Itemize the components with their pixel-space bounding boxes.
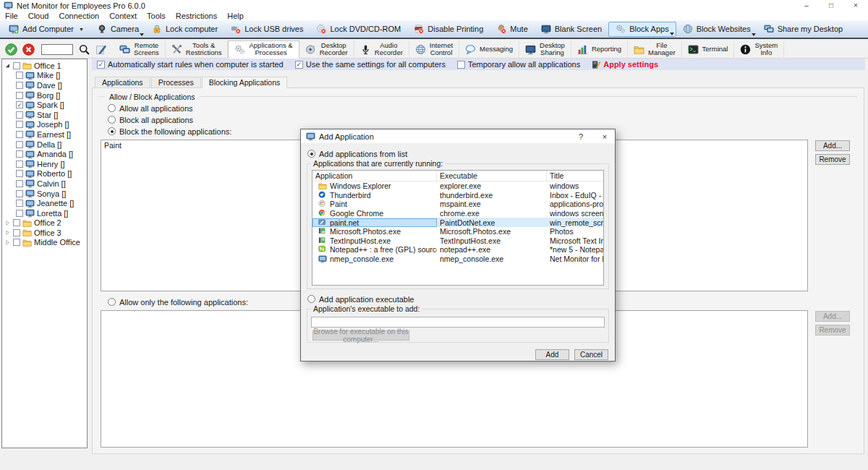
toolbar-button-lock-computer[interactable]: Lock computer <box>145 22 224 37</box>
toolbar-button-blank-screen[interactable]: Blank Screen <box>535 22 608 37</box>
ribbon-tab-system-info[interactable]: SystemInfo <box>734 40 784 59</box>
toolbar-button-add-computer[interactable]: Add Computer▼ <box>2 22 90 37</box>
close-button[interactable]: × <box>843 0 868 11</box>
search-icon[interactable] <box>79 44 90 55</box>
ribbon-tab-desktop-sharing[interactable]: DesktopSharing <box>519 40 571 59</box>
column-header-executable[interactable]: Executable <box>437 171 547 181</box>
edit-icon[interactable] <box>95 44 106 55</box>
tree-item-joseph[interactable]: Joseph [] <box>2 120 87 130</box>
ribbon-tab-file-manager[interactable]: FileManager <box>628 40 682 59</box>
toolbar-button-lock-usb-drives[interactable]: Lock USB drives <box>224 22 310 37</box>
tree-checkbox[interactable] <box>16 180 23 187</box>
tree-item-borg[interactable]: Borg [] <box>2 90 87 101</box>
menu-context[interactable]: Context <box>104 12 142 20</box>
app-row-windows-explorer[interactable]: Windows Explorerexplorer.exewindows <box>312 181 603 191</box>
tree-checkbox[interactable] <box>16 111 23 119</box>
ribbon-tab-desktop-recorder[interactable]: DesktopRecorder <box>299 40 354 59</box>
executable-path-input[interactable] <box>311 317 605 328</box>
app-row-nmep-console-exe[interactable]: nmep_console.exenmep_console.exeNet Moni… <box>312 255 603 264</box>
tab-applications[interactable]: Applications <box>95 77 150 87</box>
checkbox-box[interactable] <box>457 61 465 69</box>
column-header-application[interactable]: Application <box>312 171 437 181</box>
maximize-button[interactable]: □ <box>819 0 843 11</box>
menu-connection[interactable]: Connection <box>54 12 104 20</box>
tree-item-mike[interactable]: Mike [] <box>2 71 87 81</box>
tree-item-middle-office[interactable]: Middle Office <box>2 238 87 248</box>
radio-circle[interactable] <box>108 298 116 306</box>
app-row-google-chrome[interactable]: Google Chromechrome.exewindows screensho… <box>312 209 603 218</box>
dialog-help-button[interactable]: ? <box>571 129 591 143</box>
connect-button[interactable] <box>5 43 17 56</box>
tree-collapse-icon[interactable] <box>4 61 11 69</box>
tree-expand-icon[interactable] <box>4 239 11 247</box>
tree-item-loretta[interactable]: Loretta [] <box>2 208 87 218</box>
toolbar-button-lock-dvd-cd-rom[interactable]: Lock DVD/CD-ROM <box>310 22 407 37</box>
tree-checkbox[interactable] <box>16 190 23 197</box>
tab-blocking-applications[interactable]: Blocking Applications <box>202 77 288 88</box>
radio-add-application-executable[interactable]: Add application executable <box>307 294 609 304</box>
radio-allow-all-applications[interactable]: Allow all applications <box>108 103 857 113</box>
radio-block-all-applications[interactable]: Block all applications <box>108 115 857 124</box>
radio-circle[interactable] <box>108 127 116 135</box>
ribbon-tab-audio-recorder[interactable]: AudioRecorder <box>354 40 409 59</box>
running-applications-table[interactable]: ApplicationExecutableTitle Windows Explo… <box>312 170 604 286</box>
tree-expand-icon[interactable] <box>4 219 11 227</box>
tree-checkbox[interactable] <box>16 210 23 217</box>
computer-tree[interactable]: Office 1Mike []Dave []Borg []✓Spark []St… <box>1 59 88 448</box>
tree-item-dave[interactable]: Dave [] <box>2 80 87 90</box>
toolbar-button-share-my-desktop[interactable]: Share my Desktop <box>757 22 849 37</box>
tree-item-sonya[interactable]: Sonya [] <box>2 189 87 199</box>
radio-circle[interactable] <box>307 150 315 158</box>
tree-item-amanda[interactable]: Amanda [] <box>2 149 87 159</box>
tree-checkbox[interactable] <box>13 229 20 236</box>
tree-item-office-2[interactable]: Office 2 <box>2 218 87 228</box>
tree-expand-icon[interactable] <box>4 228 11 236</box>
blocked-remove-button[interactable]: Remove <box>815 154 850 165</box>
tree-item-spark[interactable]: ✓Spark [] <box>2 100 87 110</box>
toolbar-button-block-websites[interactable]: Block Websites <box>676 22 757 37</box>
toolbar-button-mute[interactable]: Mute <box>490 22 534 37</box>
column-header-title[interactable]: Title <box>547 171 603 180</box>
tree-item-roberto[interactable]: Roberto [] <box>2 169 87 179</box>
app-row-paint-net[interactable]: paint.netPaintDotNet.exewin_remote_scree… <box>312 218 603 227</box>
tree-checkbox[interactable] <box>16 161 23 168</box>
tree-item-calvin[interactable]: Calvin [] <box>2 179 87 189</box>
app-row-paint[interactable]: Paintmspaint.exeapplications-processes.p… <box>312 200 603 209</box>
ribbon-tab-tools-restrictions[interactable]: Tools &Restrictions <box>166 40 229 59</box>
tree-item-office-1[interactable]: Office 1 <box>2 61 87 71</box>
ribbon-tab-internet-control[interactable]: InternetControl <box>409 40 459 59</box>
tree-checkbox[interactable] <box>16 121 23 128</box>
checkbox-use-the-same-settings-for-all-computers[interactable]: ✓Use the same settings for all computers <box>295 60 446 69</box>
toolbar-button-disable-printing[interactable]: Disable Printing <box>407 22 490 37</box>
menu-cloud[interactable]: Cloud <box>23 12 54 20</box>
checkbox-box[interactable]: ✓ <box>97 61 105 69</box>
blocked-add-button[interactable]: Add... <box>815 140 850 151</box>
tree-checkbox[interactable] <box>16 150 23 158</box>
tree-checkbox[interactable] <box>16 92 23 99</box>
tree-item-jeanette[interactable]: Jeanette [] <box>2 198 87 208</box>
menu-file[interactable]: File <box>0 12 23 20</box>
ribbon-tab-reporting[interactable]: Reporting <box>571 40 628 59</box>
apply-settings-button[interactable]: Apply settings <box>592 60 658 69</box>
radio-circle[interactable] <box>108 104 116 112</box>
radio-add-applications-from-list[interactable]: Add applications from list <box>307 149 609 158</box>
add-button[interactable]: Add <box>535 349 569 360</box>
cancel-button[interactable]: Cancel <box>574 349 608 360</box>
disconnect-button[interactable] <box>22 43 35 56</box>
radio-circle[interactable] <box>108 116 116 124</box>
tree-item-star[interactable]: Star [] <box>2 110 87 120</box>
tree-checkbox[interactable] <box>16 141 23 148</box>
tree-item-office-3[interactable]: Office 3 <box>2 228 87 238</box>
checkbox-box[interactable]: ✓ <box>295 61 303 69</box>
toolbar-button-camera[interactable]: Camera <box>90 22 145 37</box>
tree-checkbox[interactable]: ✓ <box>16 101 23 108</box>
ribbon-tab-terminal[interactable]: Terminal <box>682 40 735 59</box>
tree-checkbox[interactable] <box>16 82 23 89</box>
tree-checkbox[interactable] <box>13 62 20 69</box>
checkbox-automatically-start-rules-when-computer-is-started[interactable]: ✓Automatically start rules when computer… <box>97 60 284 69</box>
menu-restrictions[interactable]: Restrictions <box>171 12 222 20</box>
ribbon-tab-remote-screens[interactable]: RemoteScreens <box>114 40 166 59</box>
tree-checkbox[interactable] <box>13 219 20 226</box>
dialog-close-button[interactable]: × <box>595 129 615 143</box>
tab-processes[interactable]: Processes <box>151 77 201 87</box>
